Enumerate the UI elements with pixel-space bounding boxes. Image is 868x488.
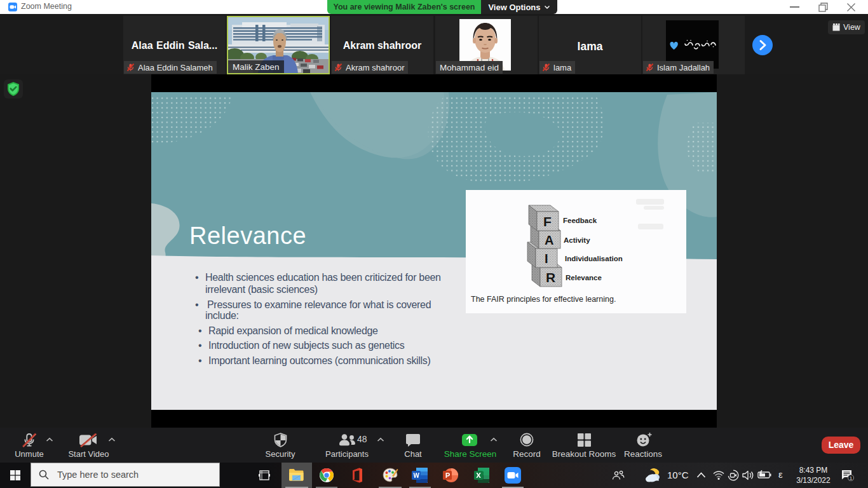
svg-text:I: I (545, 252, 548, 266)
svg-text:Feedback: Feedback (563, 217, 597, 224)
svg-text:R: R (546, 270, 555, 285)
svg-text:Individualisation: Individualisation (565, 255, 623, 262)
svg-text:Activity: Activity (564, 236, 590, 244)
svg-text:F: F (543, 214, 552, 229)
svg-text:1: 1 (850, 475, 853, 481)
svg-text:The FAIR principles for effect: The FAIR principles for effective learni… (471, 295, 616, 304)
svg-text:Relevance: Relevance (566, 274, 602, 281)
svg-text:A: A (545, 233, 553, 247)
